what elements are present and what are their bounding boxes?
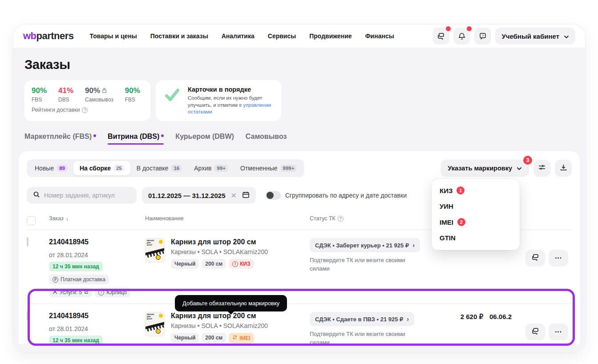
filter-in-delivery[interactable]: В доставке16 — [130, 161, 188, 175]
cards-ok-notice: Карточки в порядке Сообщим, если их нужн… — [156, 80, 281, 121]
filter-archive[interactable]: Архив99+ — [188, 161, 234, 175]
tab-pickup[interactable]: Самовывоз — [246, 133, 287, 145]
product-thumbnail[interactable]: КАРНИЗ ДЛЯ ШТОР — [145, 312, 165, 336]
rating-value: 90% — [85, 86, 113, 95]
tab-dot — [93, 134, 96, 137]
group-toggle-label: Сгруппировать по адресу и дате доставки — [285, 192, 407, 199]
group-toggle-wrap: Сгруппировать по адресу и дате доставки — [266, 191, 407, 200]
carrier-status-pill[interactable]: СДЭК • Заберет курьер • 21 925 ₽› — [310, 238, 420, 252]
filters-button[interactable] — [533, 160, 550, 177]
product-name[interactable]: Карниз для штор 200 см — [171, 312, 268, 320]
tab-vitrina-dbs[interactable]: Витрина (DBS) — [108, 133, 164, 145]
nav-item-services[interactable]: Сервисы — [268, 32, 296, 40]
nav-item-supplies[interactable]: Поставки и заказы — [150, 32, 208, 40]
thumb-label: КАРНИЗ ДЛЯ ШТОР — [147, 240, 156, 246]
row-checkbox[interactable] — [27, 311, 28, 320]
count-badge: 999+ — [281, 165, 297, 172]
curtain-rod-graphic — [145, 247, 165, 255]
alert-icon: ! — [232, 261, 238, 267]
product-thumbnail[interactable]: КАРНИЗ ДЛЯ ШТОР — [145, 238, 165, 263]
green-check-icon — [163, 86, 182, 115]
order-date: от 28.01.2024 — [49, 325, 145, 332]
column-header-status: Статус ТК? — [310, 215, 443, 222]
product-name[interactable]: Карниз для штор 200 см — [171, 238, 268, 246]
main-nav: Товары и цены Поставки и заказы Аналитик… — [90, 32, 394, 40]
dropdown-item-imei[interactable]: IMEI2 — [432, 214, 520, 230]
clear-date-icon[interactable]: ✕ — [230, 191, 236, 200]
question-icon[interactable]: ? — [82, 107, 88, 113]
row-more-button[interactable]: ··· — [549, 250, 568, 267]
dropdown-count-badge: 2 — [457, 218, 465, 226]
notifications-button[interactable] — [453, 28, 470, 44]
notice-title: Карточки в порядке — [188, 86, 275, 93]
product-meta: Карнизы • SOLA • SOLAKarniz200 — [171, 248, 268, 255]
column-header-order[interactable]: Заказ↓ — [43, 215, 145, 222]
group-toggle[interactable] — [266, 191, 281, 200]
dropdown-item-uin[interactable]: УИН — [432, 198, 520, 214]
marking-kiz-chip[interactable]: !КИЗ — [229, 259, 254, 269]
paid-delivery-badge: ₽Платная доставка — [49, 275, 109, 284]
wbpartners-logo[interactable]: wbpartners — [23, 30, 74, 42]
messages-button[interactable] — [432, 28, 449, 44]
search-box[interactable] — [27, 187, 137, 204]
order-type-tabs: Маркетплейс (FBS) Витрина (DBS) Курьером… — [24, 133, 585, 145]
thumb-dot — [159, 314, 163, 318]
order-number[interactable]: 2140418945 — [49, 312, 145, 320]
thumb-dot — [159, 240, 163, 244]
row-chat-button[interactable] — [525, 250, 545, 267]
delivery-date: 06.06.2 — [483, 312, 525, 320]
filter-assembling[interactable]: На сборке25 — [73, 161, 130, 175]
ruble-icon: ₽ — [53, 277, 58, 283]
nav-item-analytics[interactable]: Аналитика — [222, 32, 255, 40]
marking-tooltip: Добавьте обязательную маркировку — [175, 295, 287, 311]
tab-marketplace-fbs[interactable]: Маркетплейс (FBS) — [24, 133, 96, 145]
dropdown-item-kiz[interactable]: КИЗ1 — [432, 182, 520, 198]
filter-new[interactable]: Новые89 — [28, 161, 73, 175]
help-button[interactable]: ? — [474, 28, 491, 44]
rating-label: FBS — [32, 97, 47, 103]
external-link-icon — [84, 289, 89, 295]
nav-item-goods[interactable]: Товары и цены — [90, 32, 137, 40]
order-number[interactable]: 2140418945 — [49, 238, 145, 246]
row-checkbox[interactable] — [27, 237, 28, 247]
download-button[interactable] — [555, 160, 572, 177]
services-badge[interactable]: Услуги: 5 — [49, 287, 92, 297]
nav-item-finance[interactable]: Финансы — [365, 32, 394, 40]
logo-wb: wb — [23, 30, 36, 41]
chevron-right-icon: › — [407, 315, 409, 323]
account-selector[interactable]: Учебный кабинет — [495, 28, 575, 44]
search-input[interactable] — [44, 192, 124, 199]
rating-fbs: 90% FBS — [32, 86, 47, 103]
screenshot-canvas: wbpartners Товары и цены Поставки и зака… — [0, 0, 598, 364]
carrier-status-pill[interactable]: СДЭК • Сдаете в ПВЗ • 21 925 ₽› — [310, 312, 414, 326]
tab-courier-dbw[interactable]: Курьером (DBW) — [175, 133, 234, 145]
chevron-right-icon: › — [412, 242, 415, 249]
chevron-down-icon — [517, 165, 522, 172]
time-ago-badge: 12 ч 35 мин назад — [49, 262, 103, 271]
question-icon[interactable]: ? — [338, 216, 343, 222]
notice-text: Сообщим, если их нужно будет улучшить, и… — [188, 95, 275, 116]
row-more-button[interactable]: ··· — [549, 324, 568, 340]
help-icon: ? — [479, 32, 487, 40]
order-row-2[interactable]: 2140418945 от 28.01.2024 12 ч 35 мин наз… — [27, 304, 572, 344]
toolbar-right: Указать маркировку 3 — [440, 160, 572, 177]
date-range-picker[interactable]: 01.12.2025 — 31.12.2025 ✕ — [142, 187, 256, 204]
select-all-checkbox[interactable] — [27, 216, 36, 225]
row-chat-button[interactable] — [525, 324, 545, 340]
filter-cancelled[interactable]: Отмененные999+ — [234, 161, 303, 175]
set-marking-button[interactable]: Указать маркировку 3 — [440, 160, 529, 177]
marking-imei-chip[interactable]: IMEI — [229, 333, 254, 343]
bell-icon — [458, 32, 466, 40]
dropdown-item-gtin[interactable]: GTIN — [432, 230, 520, 246]
tools-icon — [53, 289, 57, 295]
order-date: от 28.01.2024 — [49, 251, 145, 259]
status-note: Подтвердите ТК или везите своими силами — [310, 256, 416, 273]
nav-item-promotion[interactable]: Продвижение — [309, 32, 352, 40]
dropdown-count-badge: 1 — [457, 186, 465, 194]
legal-entity-badge: !Юрлицо — [95, 287, 130, 297]
thumb-dot — [156, 255, 161, 260]
order-price: 2 620 ₽ — [443, 312, 483, 321]
topbar-actions: ? Учебный кабинет — [432, 28, 575, 44]
count-badge: 99+ — [214, 165, 228, 172]
rating-label: DBS — [58, 97, 73, 103]
